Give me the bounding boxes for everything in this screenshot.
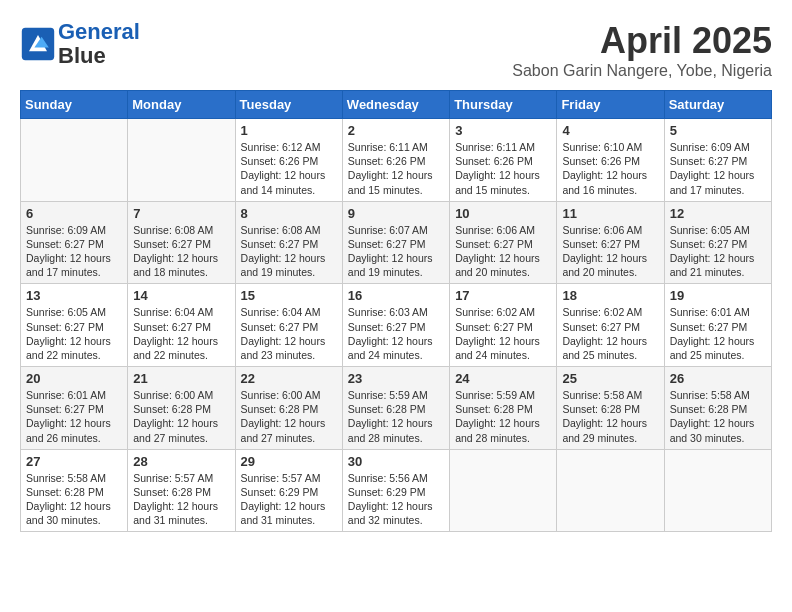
day-info: Sunrise: 6:00 AMSunset: 6:28 PMDaylight:…: [241, 388, 337, 445]
calendar-cell: [557, 449, 664, 532]
calendar-cell: 18Sunrise: 6:02 AMSunset: 6:27 PMDayligh…: [557, 284, 664, 367]
calendar-cell: 11Sunrise: 6:06 AMSunset: 6:27 PMDayligh…: [557, 201, 664, 284]
day-info: Sunrise: 5:58 AMSunset: 6:28 PMDaylight:…: [562, 388, 658, 445]
day-number: 30: [348, 454, 444, 469]
calendar-cell: 3Sunrise: 6:11 AMSunset: 6:26 PMDaylight…: [450, 119, 557, 202]
day-number: 13: [26, 288, 122, 303]
day-info: Sunrise: 6:04 AMSunset: 6:27 PMDaylight:…: [241, 305, 337, 362]
day-info: Sunrise: 5:57 AMSunset: 6:29 PMDaylight:…: [241, 471, 337, 528]
day-number: 6: [26, 206, 122, 221]
day-info: Sunrise: 6:01 AMSunset: 6:27 PMDaylight:…: [26, 388, 122, 445]
calendar-cell: 27Sunrise: 5:58 AMSunset: 6:28 PMDayligh…: [21, 449, 128, 532]
calendar-cell: 8Sunrise: 6:08 AMSunset: 6:27 PMDaylight…: [235, 201, 342, 284]
day-number: 8: [241, 206, 337, 221]
logo-icon: [20, 26, 56, 62]
day-info: Sunrise: 6:02 AMSunset: 6:27 PMDaylight:…: [562, 305, 658, 362]
day-number: 25: [562, 371, 658, 386]
weekday-header-tuesday: Tuesday: [235, 91, 342, 119]
day-info: Sunrise: 6:05 AMSunset: 6:27 PMDaylight:…: [26, 305, 122, 362]
calendar-cell: 12Sunrise: 6:05 AMSunset: 6:27 PMDayligh…: [664, 201, 771, 284]
day-number: 2: [348, 123, 444, 138]
day-number: 19: [670, 288, 766, 303]
day-info: Sunrise: 6:10 AMSunset: 6:26 PMDaylight:…: [562, 140, 658, 197]
day-number: 21: [133, 371, 229, 386]
calendar-cell: 16Sunrise: 6:03 AMSunset: 6:27 PMDayligh…: [342, 284, 449, 367]
calendar-cell: 2Sunrise: 6:11 AMSunset: 6:26 PMDaylight…: [342, 119, 449, 202]
weekday-header-thursday: Thursday: [450, 91, 557, 119]
day-number: 7: [133, 206, 229, 221]
weekday-header-monday: Monday: [128, 91, 235, 119]
day-number: 17: [455, 288, 551, 303]
day-info: Sunrise: 5:59 AMSunset: 6:28 PMDaylight:…: [348, 388, 444, 445]
month-title: April 2025: [512, 20, 772, 62]
weekday-header-sunday: Sunday: [21, 91, 128, 119]
calendar-cell: 13Sunrise: 6:05 AMSunset: 6:27 PMDayligh…: [21, 284, 128, 367]
calendar-cell: 4Sunrise: 6:10 AMSunset: 6:26 PMDaylight…: [557, 119, 664, 202]
calendar-cell: 24Sunrise: 5:59 AMSunset: 6:28 PMDayligh…: [450, 367, 557, 450]
page-header: General Blue April 2025 Sabon Garin Nang…: [20, 20, 772, 80]
day-number: 16: [348, 288, 444, 303]
weekday-header-friday: Friday: [557, 91, 664, 119]
calendar-cell: 21Sunrise: 6:00 AMSunset: 6:28 PMDayligh…: [128, 367, 235, 450]
day-info: Sunrise: 6:11 AMSunset: 6:26 PMDaylight:…: [348, 140, 444, 197]
day-info: Sunrise: 6:08 AMSunset: 6:27 PMDaylight:…: [241, 223, 337, 280]
calendar-cell: 10Sunrise: 6:06 AMSunset: 6:27 PMDayligh…: [450, 201, 557, 284]
day-number: 15: [241, 288, 337, 303]
calendar-cell: 19Sunrise: 6:01 AMSunset: 6:27 PMDayligh…: [664, 284, 771, 367]
weekday-header-saturday: Saturday: [664, 91, 771, 119]
calendar-cell: 17Sunrise: 6:02 AMSunset: 6:27 PMDayligh…: [450, 284, 557, 367]
day-number: 9: [348, 206, 444, 221]
day-info: Sunrise: 5:58 AMSunset: 6:28 PMDaylight:…: [670, 388, 766, 445]
calendar-cell: 26Sunrise: 5:58 AMSunset: 6:28 PMDayligh…: [664, 367, 771, 450]
day-info: Sunrise: 6:01 AMSunset: 6:27 PMDaylight:…: [670, 305, 766, 362]
day-number: 12: [670, 206, 766, 221]
calendar-cell: [450, 449, 557, 532]
day-info: Sunrise: 6:00 AMSunset: 6:28 PMDaylight:…: [133, 388, 229, 445]
day-number: 14: [133, 288, 229, 303]
calendar-cell: 5Sunrise: 6:09 AMSunset: 6:27 PMDaylight…: [664, 119, 771, 202]
day-number: 29: [241, 454, 337, 469]
day-info: Sunrise: 5:59 AMSunset: 6:28 PMDaylight:…: [455, 388, 551, 445]
logo: General Blue: [20, 20, 140, 68]
day-info: Sunrise: 6:07 AMSunset: 6:27 PMDaylight:…: [348, 223, 444, 280]
day-number: 27: [26, 454, 122, 469]
day-number: 20: [26, 371, 122, 386]
calendar-header-row: SundayMondayTuesdayWednesdayThursdayFrid…: [21, 91, 772, 119]
calendar-week-2: 6Sunrise: 6:09 AMSunset: 6:27 PMDaylight…: [21, 201, 772, 284]
day-number: 18: [562, 288, 658, 303]
calendar-cell: [128, 119, 235, 202]
calendar-cell: 29Sunrise: 5:57 AMSunset: 6:29 PMDayligh…: [235, 449, 342, 532]
calendar-cell: 22Sunrise: 6:00 AMSunset: 6:28 PMDayligh…: [235, 367, 342, 450]
day-info: Sunrise: 5:56 AMSunset: 6:29 PMDaylight:…: [348, 471, 444, 528]
day-info: Sunrise: 6:02 AMSunset: 6:27 PMDaylight:…: [455, 305, 551, 362]
day-number: 5: [670, 123, 766, 138]
logo-text: General Blue: [58, 20, 140, 68]
day-number: 28: [133, 454, 229, 469]
calendar-cell: 20Sunrise: 6:01 AMSunset: 6:27 PMDayligh…: [21, 367, 128, 450]
day-number: 23: [348, 371, 444, 386]
day-info: Sunrise: 6:05 AMSunset: 6:27 PMDaylight:…: [670, 223, 766, 280]
calendar-cell: 1Sunrise: 6:12 AMSunset: 6:26 PMDaylight…: [235, 119, 342, 202]
day-info: Sunrise: 5:58 AMSunset: 6:28 PMDaylight:…: [26, 471, 122, 528]
day-info: Sunrise: 6:11 AMSunset: 6:26 PMDaylight:…: [455, 140, 551, 197]
calendar-table: SundayMondayTuesdayWednesdayThursdayFrid…: [20, 90, 772, 532]
day-info: Sunrise: 6:09 AMSunset: 6:27 PMDaylight:…: [26, 223, 122, 280]
day-number: 1: [241, 123, 337, 138]
day-info: Sunrise: 6:06 AMSunset: 6:27 PMDaylight:…: [562, 223, 658, 280]
calendar-cell: 25Sunrise: 5:58 AMSunset: 6:28 PMDayligh…: [557, 367, 664, 450]
calendar-cell: 30Sunrise: 5:56 AMSunset: 6:29 PMDayligh…: [342, 449, 449, 532]
calendar-week-1: 1Sunrise: 6:12 AMSunset: 6:26 PMDaylight…: [21, 119, 772, 202]
day-info: Sunrise: 6:08 AMSunset: 6:27 PMDaylight:…: [133, 223, 229, 280]
calendar-cell: 9Sunrise: 6:07 AMSunset: 6:27 PMDaylight…: [342, 201, 449, 284]
day-info: Sunrise: 6:12 AMSunset: 6:26 PMDaylight:…: [241, 140, 337, 197]
weekday-header-wednesday: Wednesday: [342, 91, 449, 119]
day-info: Sunrise: 6:06 AMSunset: 6:27 PMDaylight:…: [455, 223, 551, 280]
day-number: 22: [241, 371, 337, 386]
day-info: Sunrise: 6:04 AMSunset: 6:27 PMDaylight:…: [133, 305, 229, 362]
title-block: April 2025 Sabon Garin Nangere, Yobe, Ni…: [512, 20, 772, 80]
day-info: Sunrise: 5:57 AMSunset: 6:28 PMDaylight:…: [133, 471, 229, 528]
calendar-week-4: 20Sunrise: 6:01 AMSunset: 6:27 PMDayligh…: [21, 367, 772, 450]
day-number: 4: [562, 123, 658, 138]
calendar-cell: [21, 119, 128, 202]
calendar-cell: [664, 449, 771, 532]
